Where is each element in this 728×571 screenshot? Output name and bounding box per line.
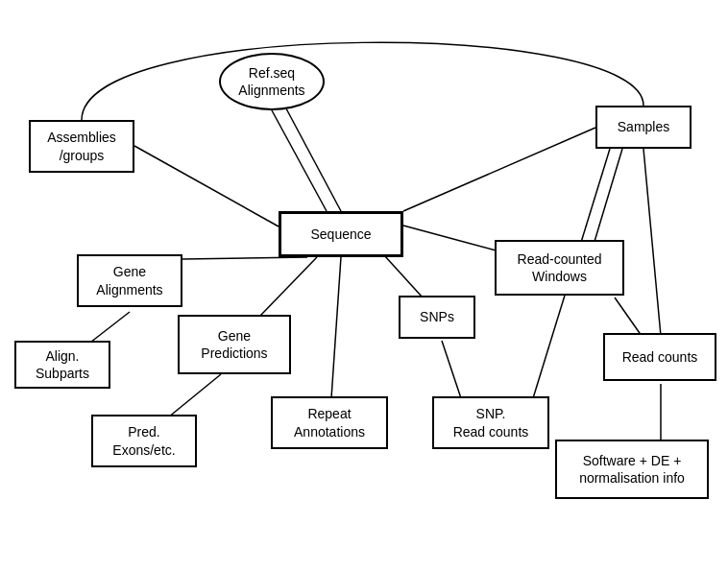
snps-label: SNPs: [420, 308, 454, 325]
svg-line-0: [272, 110, 327, 211]
sequence-label: Sequence: [310, 226, 371, 243]
repeat-annotations-label: RepeatAnnotations: [294, 405, 365, 440]
gene-alignments-label: GeneAlignments: [96, 263, 162, 297]
read-counts-label: Read counts: [622, 348, 698, 366]
svg-line-11: [403, 226, 499, 251]
svg-line-13: [643, 149, 661, 336]
refseq-label: Ref.seqAlignments: [238, 64, 304, 99]
svg-line-3: [403, 128, 595, 211]
svg-line-10: [442, 341, 461, 398]
assemblies-label: Assemblies/groups: [47, 129, 116, 163]
assemblies-node: Assemblies/groups: [29, 120, 134, 173]
gene-alignments-node: GeneAlignments: [77, 254, 182, 307]
svg-line-12: [615, 297, 642, 336]
diagram-container: Sequence Ref.seqAlignments Assemblies/gr…: [0, 0, 728, 571]
read-counts-node: Read counts: [603, 333, 716, 381]
align-subparts-node: Align.Subparts: [14, 341, 110, 389]
software-de-label: Software + DE +normalisation info: [579, 452, 685, 487]
refseq-node: Ref.seqAlignments: [219, 53, 325, 110]
software-de-node: Software + DE +normalisation info: [555, 440, 709, 499]
svg-line-2: [134, 146, 279, 226]
svg-line-4: [182, 257, 307, 259]
svg-line-7: [168, 374, 221, 417]
snp-read-counts-label: SNP.Read counts: [453, 405, 529, 440]
gene-predictions-label: GenePredictions: [201, 327, 267, 362]
snp-read-counts-node: SNP.Read counts: [432, 396, 549, 449]
svg-line-8: [331, 257, 341, 398]
sequence-node: Sequence: [279, 211, 403, 257]
gene-predictions-node: GenePredictions: [178, 315, 291, 374]
samples-label: Samples: [618, 118, 669, 135]
read-counted-windows-node: Read-countedWindows: [495, 240, 624, 296]
snps-node: SNPs: [399, 296, 475, 339]
samples-node: Samples: [595, 106, 692, 149]
repeat-annotations-node: RepeatAnnotations: [271, 396, 388, 449]
svg-line-6: [259, 257, 317, 317]
align-subparts-label: Align.Subparts: [36, 347, 89, 382]
pred-exons-node: Pred.Exons/etc.: [91, 415, 197, 467]
svg-line-14: [594, 149, 622, 245]
read-counted-windows-label: Read-countedWindows: [518, 250, 602, 285]
pred-exons-label: Pred.Exons/etc.: [112, 423, 175, 458]
